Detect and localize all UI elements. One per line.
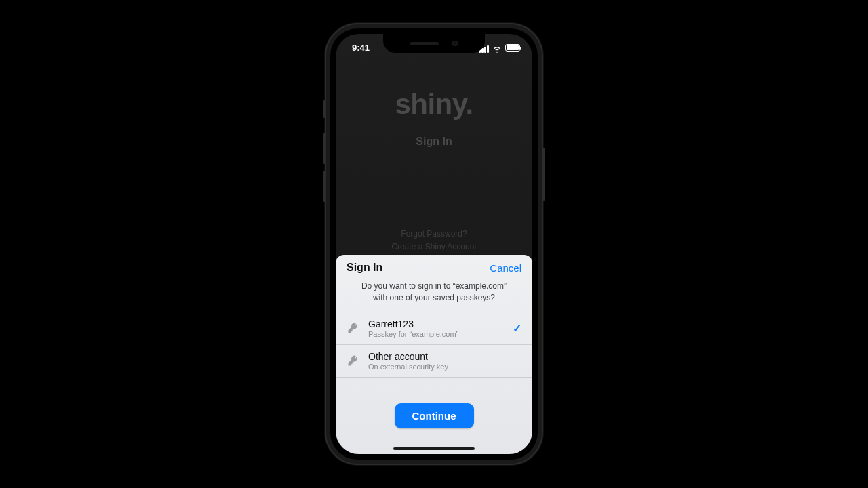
passkey-row[interactable]: Other account On external security key xyxy=(336,345,532,378)
power-button xyxy=(542,148,545,201)
front-camera xyxy=(452,41,458,46)
passkey-row[interactable]: Garrett123 Passkey for “example.com” ✓ xyxy=(336,312,532,345)
wifi-icon xyxy=(492,44,502,51)
sheet-title: Sign In xyxy=(347,262,382,274)
checkmark-icon: ✓ xyxy=(513,322,521,335)
app-logo-text: shiny. xyxy=(395,88,473,121)
passkey-name: Other account xyxy=(368,351,521,362)
speaker-grille xyxy=(410,42,439,45)
stage: 9:41 shiny. Sign In Forgot Password? Cre… xyxy=(0,0,868,488)
key-icon xyxy=(347,321,360,335)
continue-button[interactable]: Continue xyxy=(395,403,474,428)
status-time: 9:41 xyxy=(348,40,370,53)
phone-screen: 9:41 shiny. Sign In Forgot Password? Cre… xyxy=(336,34,532,454)
volume-down-button xyxy=(323,171,326,202)
signin-sheet: Sign In Cancel Do you want to sign in to… xyxy=(336,255,532,454)
forgot-password-link[interactable]: Forgot Password? xyxy=(336,228,532,241)
volume-up-button xyxy=(323,133,326,164)
battery-icon xyxy=(505,44,520,52)
notch xyxy=(383,34,485,53)
passkey-subtitle: On external security key xyxy=(368,363,521,371)
key-icon xyxy=(347,354,360,367)
passkey-list: Garrett123 Passkey for “example.com” ✓ O… xyxy=(336,312,532,378)
cancel-button[interactable]: Cancel xyxy=(490,262,521,274)
passkey-name: Garrett123 xyxy=(368,319,505,329)
app-heading: Sign In xyxy=(416,136,452,148)
home-indicator[interactable] xyxy=(393,447,475,450)
passkey-subtitle: Passkey for “example.com” xyxy=(368,330,505,338)
sheet-message: Do you want to sign in to “example.com” … xyxy=(336,277,532,312)
phone-frame: 9:41 shiny. Sign In Forgot Password? Cre… xyxy=(326,24,542,464)
create-account-link[interactable]: Create a Shiny Account xyxy=(336,241,532,253)
mute-switch xyxy=(323,100,326,118)
